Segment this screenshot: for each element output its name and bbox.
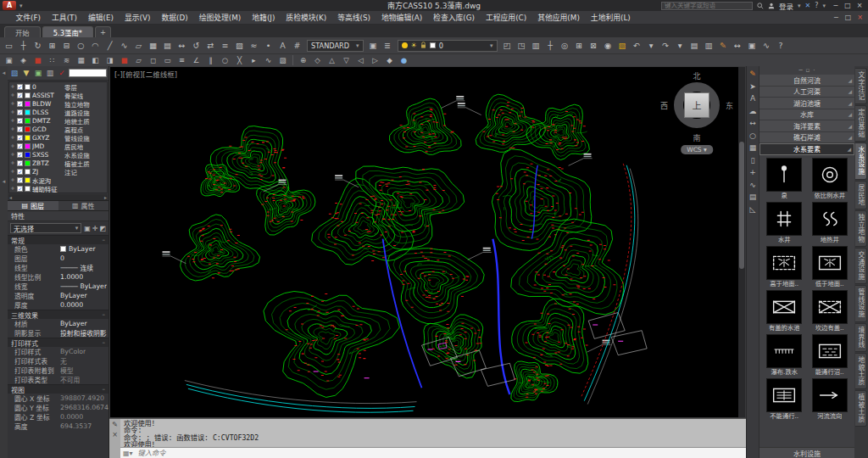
category-4[interactable]: 水库◢ — [760, 109, 854, 121]
wave-tool-icon[interactable]: ∿ — [749, 181, 756, 189]
command-history[interactable]: 欢迎使用！命令:命令: ; 错误: 函数错误: C:CVTOF32D2欢迎使用！ — [120, 419, 746, 447]
erase-tool-icon[interactable]: ◺ — [750, 205, 756, 214]
wave-icon[interactable]: ∿ — [261, 55, 275, 65]
vtab-7[interactable]: 管线设施 — [855, 285, 867, 321]
section-collapse-icon[interactable]: – — [103, 339, 106, 346]
open-icon[interactable]: ◰ — [500, 39, 515, 53]
text-note-icon[interactable]: A — [750, 94, 755, 103]
layer-on-icon[interactable] — [402, 42, 408, 48]
prop-value[interactable]: ByLayer — [60, 320, 87, 327]
layer-row-SXSS[interactable]: +✓SXSS水系设施 — [9, 150, 107, 159]
prop-value[interactable]: ———ByLayer — [60, 282, 107, 290]
viewcube-east[interactable]: 东 — [726, 100, 733, 111]
viewport-label[interactable]: [-][俯视][二维线框] — [114, 69, 177, 79]
orbit2-icon[interactable]: ◉ — [601, 39, 615, 53]
edge-covered-icon[interactable] — [812, 290, 848, 324]
doc-minimize-button[interactable]: ─ — [832, 14, 841, 21]
draw-pencil-icon[interactable]: ✎ — [749, 70, 756, 78]
prop-section-header-2[interactable]: 三维效果– — [8, 310, 108, 319]
menu-9[interactable]: 等高线(S) — [332, 12, 376, 23]
prop-value[interactable]: 无 — [60, 356, 67, 366]
cross-icon[interactable]: ╳ — [232, 55, 247, 65]
prop-section-header-4[interactable]: 视图– — [8, 384, 108, 394]
layer-thaw-icon[interactable]: ☀ — [411, 42, 417, 49]
pan-icon[interactable]: ┼ — [16, 39, 31, 53]
tri-down-icon[interactable]: ▽ — [339, 55, 353, 65]
grid2-icon[interactable]: ▦ — [74, 55, 88, 65]
command-input-icon[interactable]: ▦▾ — [123, 450, 133, 457]
layer-color-swatch[interactable] — [25, 109, 31, 115]
undo-icon[interactable]: ↶ — [630, 39, 644, 53]
layer-row-DMTZ[interactable]: +✓DMTZ地貌土质 — [9, 116, 107, 125]
layer-freeze-icon[interactable]: ▥ — [45, 69, 55, 77]
layer-visible-checkbox[interactable]: ✓ — [17, 92, 23, 98]
layer-expand-icon[interactable]: + — [10, 159, 15, 166]
layer-row-BLDW[interactable]: +✓BLDW独立地物 — [9, 99, 107, 108]
select-arrow-icon[interactable]: ➤ — [749, 82, 756, 91]
para-icon[interactable]: ▱ — [131, 55, 146, 65]
prop-value[interactable]: ByLayer — [60, 245, 96, 253]
zoom-realtime-icon[interactable]: ◎ — [558, 39, 572, 53]
layer-expand-icon[interactable]: + — [10, 168, 15, 175]
layer-color-icon[interactable] — [430, 42, 436, 48]
section-collapse-icon[interactable]: – — [103, 311, 106, 318]
menu-7[interactable]: 地籍(J) — [247, 12, 281, 23]
layer-lock-icon[interactable] — [420, 42, 426, 49]
text-style-combo[interactable]: STANDARD ▾ — [307, 40, 364, 52]
close-button[interactable]: × — [854, 2, 865, 9]
layer-expand-icon[interactable]: + — [10, 109, 15, 115]
vtab-10[interactable]: 植被土质 — [855, 390, 867, 427]
menu-3[interactable]: 编辑(E) — [82, 12, 119, 23]
quick-access-dropdown-icon[interactable]: ▾ — [19, 3, 23, 9]
layout-right-icon[interactable]: ◨ — [103, 55, 117, 65]
orbit-icon[interactable]: ↻ — [31, 39, 45, 53]
layer-row-辅助特征[interactable]: +✓辅助特征 — [9, 184, 107, 193]
layer-color-swatch[interactable] — [25, 126, 31, 132]
layer-visible-checkbox[interactable]: ✓ — [17, 109, 23, 115]
layer-row-0[interactable]: +✓0零层 — [9, 82, 107, 91]
named-view-icon[interactable]: ▭ — [2, 39, 16, 53]
layer-color-swatch[interactable] — [25, 92, 31, 98]
below-pool-icon[interactable] — [812, 246, 848, 280]
blue-dot-icon[interactable]: ● — [397, 55, 411, 65]
command-input[interactable] — [136, 448, 746, 458]
image-icon[interactable]: ▧ — [615, 39, 630, 53]
layer-expand-icon[interactable]: + — [10, 176, 15, 183]
layer-expand-icon[interactable]: + — [10, 117, 15, 124]
revcloud-icon[interactable]: ☁ — [749, 107, 757, 115]
layer-color-swatch[interactable] — [25, 160, 31, 166]
drawing-vscrollbar-thumb[interactable] — [739, 142, 744, 269]
drawing-viewport[interactable]: [-][俯视][二维线框] 上 北 南 西 东 WCS ▾ — [109, 66, 746, 418]
cmd-close-icon[interactable]: × — [112, 431, 118, 438]
grid-icon[interactable]: ▦ — [146, 39, 160, 53]
layer-row-ASSIST[interactable]: +✓ASSIST骨架线 — [9, 91, 107, 99]
login-link[interactable]: 登录 — [779, 1, 793, 11]
table-icon[interactable]: ▤ — [160, 39, 175, 53]
geothermal-icon[interactable] — [812, 202, 848, 236]
zoom-window-icon[interactable]: ⊞ — [45, 39, 59, 53]
prop-value[interactable]: ByColor — [60, 348, 86, 355]
selection-combo[interactable]: 无选择 ▾ — [10, 223, 81, 233]
palette-float-icon[interactable]: ▫ — [806, 67, 810, 74]
layer-filter-input[interactable] — [69, 69, 107, 77]
panel-tab-1[interactable]: ▤图层 — [8, 201, 58, 210]
layer-row-ZBTZ[interactable]: +✓ZBTZ植被土质 — [9, 159, 107, 167]
marsh-impass-icon[interactable] — [766, 378, 802, 412]
spline-icon[interactable]: ≈ — [247, 39, 261, 53]
new-tab-button[interactable]: + — [95, 26, 111, 37]
rect-icon[interactable]: ▱ — [131, 39, 146, 53]
save-icon[interactable]: ◳ — [515, 39, 529, 53]
grid-tool-icon[interactable]: ▦ — [749, 143, 757, 152]
plot-icon[interactable]: ▥ — [529, 39, 543, 53]
move2-icon[interactable]: ↔ — [731, 39, 745, 53]
layout-left-icon[interactable]: ◧ — [88, 55, 103, 65]
mirror-icon[interactable]: ⇄ — [203, 39, 218, 53]
solid-diamond-icon[interactable]: ◆ — [382, 55, 397, 65]
layer-color-swatch[interactable] — [25, 177, 31, 183]
track-icon[interactable]: ≋ — [59, 55, 74, 65]
category-6[interactable]: 礁石岸滩◢ — [760, 132, 854, 144]
polyline-icon[interactable]: ∿ — [117, 39, 131, 53]
category-1[interactable]: 自然河流◢ — [760, 75, 854, 87]
stack-icon[interactable]: ≡ — [175, 55, 189, 65]
viewcube-wcs-menu[interactable]: WCS ▾ — [681, 145, 713, 154]
